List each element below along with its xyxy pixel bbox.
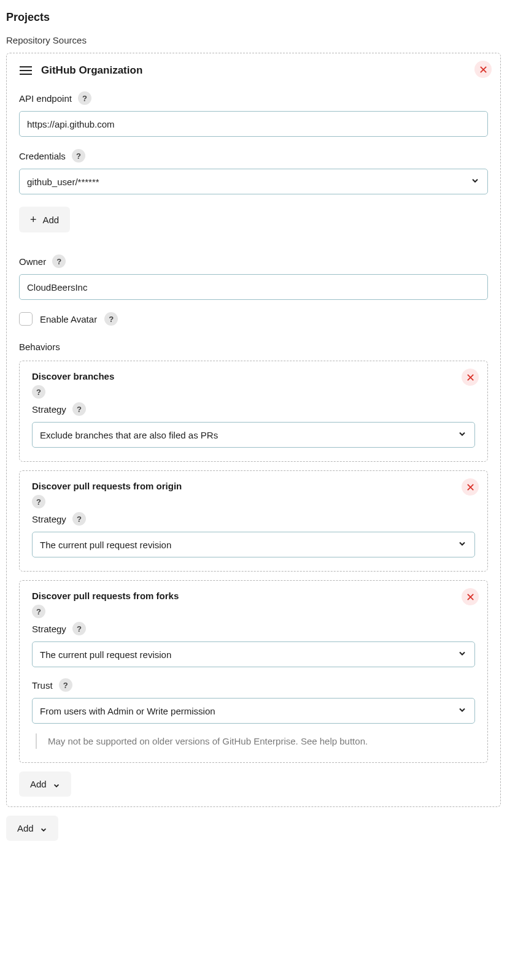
api-endpoint-label: API endpoint (19, 93, 72, 104)
help-icon[interactable]: ? (32, 385, 45, 399)
remove-behavior-button[interactable] (462, 588, 479, 605)
plus-icon: + (30, 214, 37, 225)
strategy-label: Strategy (32, 404, 66, 415)
add-credentials-label: Add (43, 215, 60, 225)
api-endpoint-input[interactable] (19, 111, 488, 137)
add-source-label: Add (17, 823, 34, 833)
behaviors-label: Behaviors (19, 342, 488, 352)
enable-avatar-checkbox[interactable] (19, 312, 33, 326)
page-title: Projects (6, 11, 501, 24)
close-icon (466, 593, 474, 601)
close-icon (466, 483, 474, 491)
drag-handle-icon[interactable] (19, 66, 33, 75)
strategy-select[interactable]: Exclude branches that are also filed as … (32, 422, 475, 448)
credentials-label: Credentials (19, 151, 66, 161)
help-icon[interactable]: ? (72, 512, 86, 526)
owner-input[interactable] (19, 274, 488, 300)
trust-note: May not be supported on older versions o… (36, 733, 475, 749)
chevron-down-icon (53, 781, 60, 788)
help-icon[interactable]: ? (72, 622, 86, 635)
trust-label: Trust (32, 680, 53, 691)
behavior-title: Discover pull requests from origin (32, 481, 182, 491)
help-icon[interactable]: ? (104, 312, 118, 326)
help-icon[interactable]: ? (72, 402, 86, 416)
add-behavior-button[interactable]: Add (19, 771, 71, 797)
behavior-item: Discover pull requests from origin ? Str… (19, 470, 488, 572)
repository-source-item: GitHub Organization API endpoint ? Crede… (6, 53, 501, 807)
enable-avatar-label: Enable Avatar (40, 314, 97, 324)
help-icon[interactable]: ? (72, 149, 85, 163)
strategy-select[interactable]: The current pull request revision (32, 532, 475, 557)
add-source-button[interactable]: Add (6, 816, 58, 841)
owner-label: Owner (19, 256, 46, 267)
help-icon[interactable]: ? (52, 255, 66, 268)
repository-sources-label: Repository Sources (6, 35, 501, 45)
remove-behavior-button[interactable] (462, 478, 479, 496)
behavior-title: Discover branches (32, 371, 114, 381)
help-icon[interactable]: ? (59, 678, 72, 692)
behavior-item: Discover pull requests from forks ? Stra… (19, 580, 488, 763)
trust-select[interactable]: From users with Admin or Write permissio… (32, 698, 475, 724)
close-icon (479, 66, 487, 74)
strategy-label: Strategy (32, 624, 66, 634)
strategy-label: Strategy (32, 514, 66, 524)
add-behavior-label: Add (30, 779, 47, 789)
help-icon[interactable]: ? (32, 605, 45, 618)
behavior-item: Discover branches ? Strategy ? Exclude b… (19, 361, 488, 462)
remove-behavior-button[interactable] (462, 369, 479, 386)
source-title: GitHub Organization (41, 64, 142, 77)
chevron-down-icon (40, 825, 47, 832)
close-icon (466, 373, 474, 381)
remove-source-button[interactable] (474, 61, 492, 78)
help-icon[interactable]: ? (78, 91, 91, 105)
help-icon[interactable]: ? (32, 495, 45, 508)
strategy-select[interactable]: The current pull request revision (32, 641, 475, 667)
add-credentials-button[interactable]: + Add (19, 207, 70, 232)
credentials-select[interactable]: github_user/****** (19, 169, 488, 194)
behavior-title: Discover pull requests from forks (32, 591, 179, 601)
